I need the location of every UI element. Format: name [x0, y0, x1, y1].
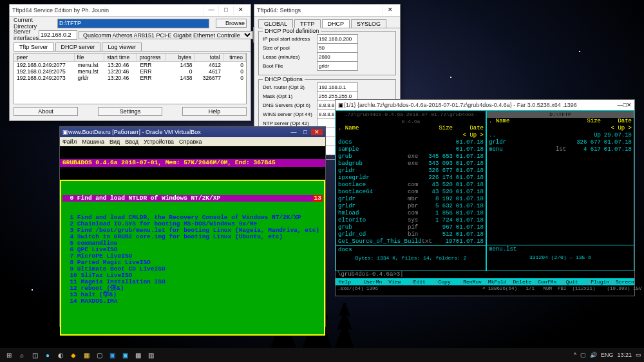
list-item[interactable]: menulst4 61701.07.18 — [487, 146, 634, 153]
grub-item[interactable]: 14 MAXDOS.IMA — [62, 298, 323, 305]
tab-dhcp-server[interactable]: DHCP server — [55, 43, 101, 51]
notifications-icon[interactable]: ▭ — [636, 352, 641, 358]
list-item[interactable]: ..Up29.07.18 — [487, 132, 634, 139]
fkey[interactable]: 6RenMov — [460, 278, 485, 285]
table-row[interactable]: 192.168.0.249:2077menu.lst13:20:46ERR143… — [14, 62, 246, 68]
list-item[interactable]: hmloadcom1 85601.07.18 — [336, 210, 486, 217]
maximize-btn[interactable]: □ — [218, 6, 233, 15]
tab-global[interactable]: GLOBAL — [258, 19, 293, 28]
pool-fieldset: DHCP Pool definition IP pool start addre… — [258, 31, 396, 75]
col-progress[interactable]: progress — [137, 53, 166, 61]
fkey[interactable]: 7MkFold — [485, 278, 510, 285]
start-icon[interactable]: ⊞ — [3, 349, 15, 361]
tab-dhcp[interactable]: DHCP — [322, 19, 350, 28]
app-icon[interactable]: ▣ — [106, 349, 118, 361]
app-icon[interactable]: ▢ — [93, 349, 106, 361]
col-bytes[interactable]: bytes — [166, 53, 194, 61]
browse-btn[interactable]: Browse — [216, 19, 247, 28]
settings-btn[interactable]: Settings — [98, 107, 162, 116]
list-item[interactable]: badgrubexe343 09301.07.18 — [336, 160, 486, 167]
help-btn[interactable]: Help — [182, 107, 247, 116]
list-item[interactable]: grldr326 67701.07.18 — [487, 139, 634, 146]
srvif-adapter[interactable]: Qualcomm Atheros AR8151 PCI-E Gigabit Et… — [79, 31, 253, 39]
app-icon[interactable]: ◐ — [54, 349, 67, 361]
app-icon[interactable]: ◆ — [67, 349, 80, 361]
far-lsel: docs — [336, 245, 486, 254]
close-btn[interactable]: ✕ — [233, 6, 248, 15]
search-icon[interactable]: ⌕ — [15, 349, 28, 361]
minimize-btn[interactable]: — — [288, 129, 299, 135]
option-input[interactable] — [317, 34, 358, 44]
app-icon[interactable]: ▦ — [131, 349, 144, 361]
list-item[interactable]: Get_Source_of_This_Buildtxt19701.07.18 — [336, 238, 486, 245]
tray-icon[interactable]: ^ — [574, 352, 576, 358]
fkey[interactable]: 3View — [385, 278, 410, 285]
menu-item[interactable]: Машина — [82, 138, 104, 145]
fkey[interactable]: 8Delete — [510, 278, 535, 285]
fkey[interactable]: 2UserMn — [361, 278, 386, 285]
network-icon[interactable]: ▢ — [580, 352, 586, 358]
transfer-table: peer file start time progress bytes tota… — [14, 53, 247, 104]
minimize-btn[interactable]: — — [204, 6, 218, 15]
col-timeo[interactable]: timeo — [223, 53, 246, 61]
option-input[interactable] — [317, 43, 358, 53]
option-input[interactable] — [317, 82, 358, 92]
list-item[interactable]: eltoritosys1 72401.07.18 — [336, 217, 486, 224]
option-input[interactable] — [317, 52, 358, 62]
app-icon[interactable]: ▥ — [144, 349, 157, 361]
curdir-input[interactable] — [57, 19, 209, 28]
about-btn[interactable]: About — [14, 107, 78, 116]
fkey[interactable]: 10Quit — [560, 278, 585, 285]
col-total[interactable]: total — [194, 53, 223, 61]
grub-sel[interactable]: 0 Find and load NTLDR of Windows NT/2K/X… — [62, 195, 313, 202]
fkey[interactable]: 12Screen — [609, 278, 634, 285]
tab-log-viewer[interactable]: Log viewer — [102, 43, 142, 51]
far-prompt[interactable]: \grub4dos-0.4.6a>3| — [336, 271, 634, 278]
option-input[interactable] — [317, 61, 358, 71]
menu-item[interactable]: Вид — [109, 138, 120, 145]
tab-tftp[interactable]: TFTP — [294, 19, 321, 28]
fkey[interactable]: 1Help — [336, 278, 361, 285]
srvif-ip[interactable] — [39, 30, 77, 40]
taskview-icon[interactable]: ◫ — [28, 349, 41, 361]
fkey[interactable]: 4Edit — [410, 278, 435, 285]
maximize-btn[interactable]: □ — [299, 129, 311, 135]
close-btn[interactable]: ✕ — [627, 102, 632, 108]
col-file[interactable]: file — [75, 53, 105, 61]
sound-icon[interactable]: 🔊 — [590, 352, 597, 358]
list-item[interactable]: sample01.07.18 — [336, 146, 486, 153]
menu-item[interactable]: Устройства — [144, 138, 174, 145]
menu-item[interactable]: Файл — [62, 138, 77, 145]
menu-item[interactable]: Справка — [179, 138, 202, 145]
minimize-btn[interactable]: — — [618, 102, 623, 108]
list-item[interactable]: grubexe345 65301.07.18 — [336, 153, 486, 160]
list-item[interactable]: ipxegrldr226 17401.07.18 — [336, 175, 486, 182]
far-lpath[interactable]: …7z\grub4dos-0.4.6a-2018-07-01.7z\grub4d… — [336, 111, 486, 125]
fkey[interactable]: 11Plugin — [585, 278, 610, 285]
list-item[interactable]: grldrpbr5 63201.07.18 — [336, 203, 486, 210]
list-item[interactable]: bootlace64com43 52001.07.18 — [336, 189, 486, 196]
clock[interactable]: 13:21 — [617, 352, 632, 358]
list-item[interactable]: bootlacecom43 52001.07.18 — [336, 182, 486, 189]
list-item[interactable]: grubpif96701.07.18 — [336, 224, 486, 231]
app-icon[interactable]: ● — [41, 349, 54, 361]
tab-tftp-server[interactable]: Tftp Server — [14, 43, 54, 51]
far-rpath[interactable]: D:\TFTP — [487, 111, 634, 118]
col-peer[interactable]: peer — [14, 53, 75, 61]
tab-syslog[interactable]: SYSLOG — [351, 19, 386, 28]
close-btn[interactable]: ✕ — [383, 6, 397, 15]
lang-indicator[interactable]: ENG — [601, 352, 614, 358]
table-row[interactable]: 192.168.0.249:2075menu.lst13:20:46ERR046… — [14, 68, 246, 75]
app-icon[interactable]: ▦ — [80, 349, 93, 361]
list-item[interactable]: grldr326 67701.07.18 — [336, 167, 486, 175]
fkey[interactable]: 9ConfMn — [535, 278, 560, 285]
fkey[interactable]: 5Copy — [435, 278, 460, 285]
table-row[interactable]: 192.168.0.249:2073grldr13:20:46ERR143832… — [14, 75, 246, 81]
menu-item[interactable]: Ввод — [125, 138, 138, 145]
app-icon[interactable]: ▣ — [118, 349, 131, 361]
col-starttime[interactable]: start time — [104, 53, 137, 61]
list-item[interactable]: docs01.07.18 — [336, 139, 486, 146]
list-item[interactable]: grldr_cdbin51201.07.18 — [336, 231, 486, 238]
list-item[interactable]: grldrmbr8 19201.07.18 — [336, 196, 486, 203]
close-btn[interactable]: ✕ — [311, 129, 323, 135]
